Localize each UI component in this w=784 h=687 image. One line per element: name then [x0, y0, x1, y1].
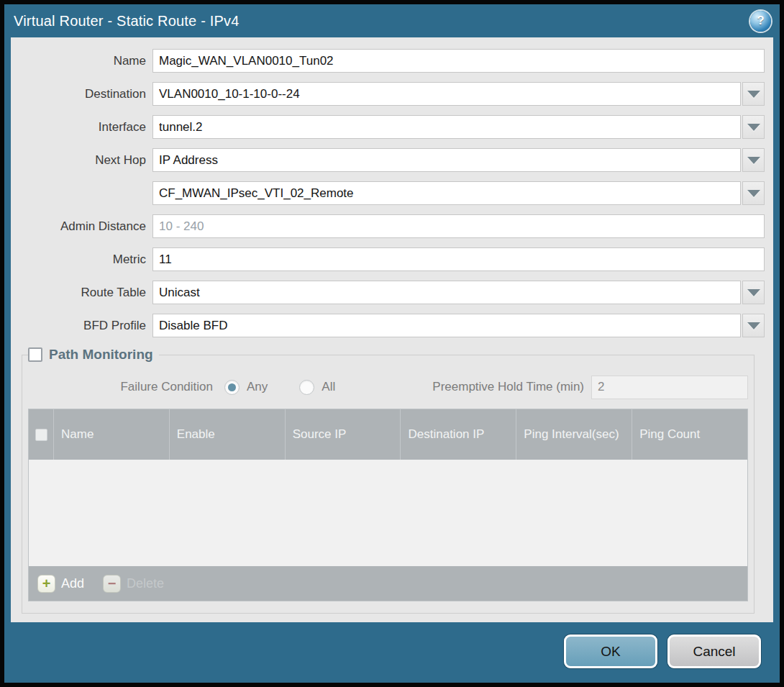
failure-condition-any-label: Any: [247, 380, 268, 394]
column-header-destination-ip[interactable]: Destination IP: [400, 409, 516, 460]
path-monitoring-legend: Path Monitoring: [28, 347, 159, 363]
chevron-down-icon: [747, 322, 760, 329]
column-header-name[interactable]: Name: [53, 409, 169, 460]
path-monitoring-table: Name Enable Source IP Destination IP Pin…: [28, 409, 748, 601]
interface-label: Interface: [11, 120, 146, 135]
name-row: Name: [11, 49, 765, 73]
bfd-profile-input[interactable]: [152, 314, 741, 337]
failure-condition-any-radio[interactable]: [224, 380, 240, 395]
route-table-row: Route Table: [11, 281, 765, 304]
select-all-checkbox[interactable]: [35, 429, 47, 441]
chevron-down-icon: [747, 190, 760, 197]
delete-button: − Delete: [103, 575, 164, 593]
cancel-button[interactable]: Cancel: [667, 634, 761, 668]
name-label: Name: [11, 54, 146, 68]
next-hop-row: Next Hop: [11, 148, 765, 172]
admin-distance-input[interactable]: [152, 214, 765, 238]
preemptive-hold-time-input[interactable]: [591, 376, 748, 399]
minus-icon: −: [103, 575, 121, 593]
dialog-body: Name Destination Interface: [11, 37, 773, 622]
dialog-window: Virtual Router - Static Route - IPv4 ? N…: [4, 4, 780, 683]
column-header-ping-interval[interactable]: Ping Interval(sec): [516, 409, 632, 460]
question-mark-icon: ?: [757, 14, 764, 28]
next-hop-type-input[interactable]: [152, 148, 741, 172]
add-button-label: Add: [61, 576, 84, 591]
ok-button[interactable]: OK: [564, 634, 657, 668]
route-table-input[interactable]: [152, 281, 741, 304]
chevron-down-icon: [747, 289, 760, 296]
delete-button-label: Delete: [127, 576, 164, 591]
select-all-cell: [29, 409, 53, 460]
route-table-dropdown-button[interactable]: [742, 281, 765, 304]
plus-icon: +: [37, 575, 55, 593]
failure-condition-all-radio[interactable]: [299, 380, 314, 395]
bfd-profile-row: BFD Profile: [11, 314, 765, 337]
path-monitoring-group: Path Monitoring Failure Condition Any Al…: [22, 347, 755, 614]
title-bar: Virtual Router - Static Route - IPv4 ?: [4, 4, 780, 37]
interface-row: Interface: [11, 115, 765, 139]
help-button[interactable]: ?: [750, 11, 771, 32]
failure-condition-label: Failure Condition: [28, 380, 213, 394]
table-header-row: Name Enable Source IP Destination IP Pin…: [29, 409, 747, 460]
bfd-profile-dropdown-button[interactable]: [742, 314, 765, 337]
dialog-footer: OK Cancel: [4, 622, 780, 683]
admin-distance-row: Admin Distance: [11, 214, 765, 238]
column-header-ping-count[interactable]: Ping Count: [632, 409, 747, 460]
admin-distance-label: Admin Distance: [11, 219, 146, 234]
failure-condition-row: Failure Condition Any All Preemptive Hol…: [28, 374, 748, 400]
metric-input[interactable]: [152, 247, 765, 271]
chevron-down-icon: [747, 91, 760, 98]
table-footer-bar: + Add − Delete: [29, 566, 747, 601]
bfd-profile-label: BFD Profile: [11, 319, 146, 333]
name-input[interactable]: [152, 49, 765, 73]
next-hop-type-dropdown-button[interactable]: [742, 148, 765, 172]
chevron-down-icon: [747, 124, 760, 131]
preemptive-hold-time-label: Preemptive Hold Time (min): [432, 380, 584, 394]
next-hop-address-dropdown-button[interactable]: [742, 181, 765, 205]
metric-row: Metric: [11, 247, 765, 271]
add-button[interactable]: + Add: [37, 575, 84, 593]
chevron-down-icon: [747, 157, 760, 164]
dialog-title: Virtual Router - Static Route - IPv4: [14, 13, 240, 29]
destination-input[interactable]: [152, 82, 741, 106]
interface-input[interactable]: [152, 115, 741, 139]
interface-dropdown-button[interactable]: [742, 115, 765, 139]
failure-condition-all-label: All: [322, 380, 335, 394]
destination-dropdown-button[interactable]: [742, 82, 765, 106]
path-monitoring-checkbox[interactable]: [28, 347, 42, 362]
next-hop-address-row: [11, 181, 765, 205]
route-table-label: Route Table: [11, 286, 146, 300]
column-header-source-ip[interactable]: Source IP: [285, 409, 401, 460]
destination-row: Destination: [11, 82, 765, 106]
metric-label: Metric: [11, 252, 146, 267]
column-header-enable[interactable]: Enable: [169, 409, 285, 460]
table-body-empty: [29, 460, 747, 566]
path-monitoring-title: Path Monitoring: [49, 347, 153, 363]
next-hop-address-input[interactable]: [152, 181, 741, 205]
next-hop-label: Next Hop: [11, 153, 146, 168]
preemptive-hold-time-group: Preemptive Hold Time (min): [432, 376, 748, 399]
destination-label: Destination: [11, 87, 146, 101]
